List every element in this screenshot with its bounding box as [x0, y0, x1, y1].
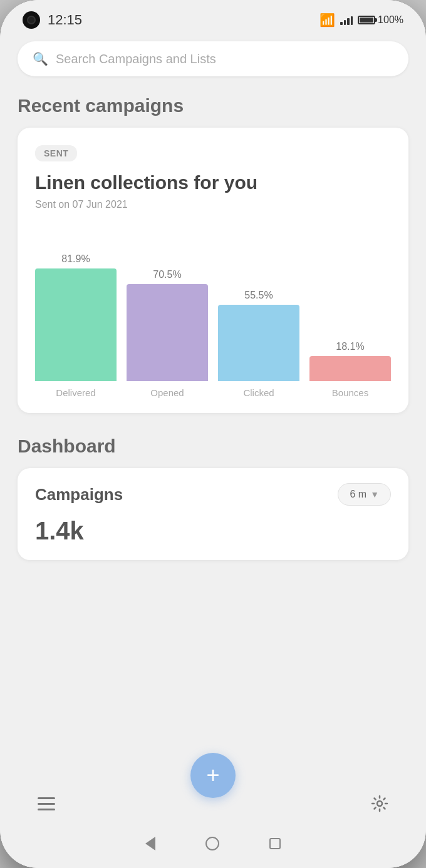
sent-badge: SENT [35, 145, 77, 161]
dashboard-value: 1.4k [35, 517, 391, 545]
fab-add-button[interactable]: + [190, 753, 236, 798]
bar-group-bounces: 18.1%Bounces [309, 235, 391, 398]
campaign-card[interactable]: SENT Linen collections for you Sent on 0… [18, 128, 408, 413]
svg-rect-2 [38, 809, 55, 810]
home-button[interactable] [205, 837, 219, 850]
bar-label-opened: Opened [150, 387, 184, 398]
battery-indicator: 100% [358, 14, 403, 26]
signal-icon [340, 15, 353, 25]
bar-chart: 81.9%Delivered70.5%Opened55.5%Clicked18.… [35, 235, 391, 398]
search-placeholder: Search Campaigns and Lists [56, 52, 216, 66]
dashboard-title: Dashboard [18, 436, 408, 457]
fab-plus-icon: + [206, 764, 219, 787]
recent-campaigns-title: Recent campaigns [18, 95, 408, 116]
bar-rect-bounces [309, 356, 391, 381]
dashboard-campaigns-label: Campaigns [35, 485, 123, 504]
status-time: 12:15 [48, 12, 82, 28]
back-button[interactable] [145, 837, 155, 850]
status-left: 12:15 [23, 11, 82, 29]
battery-text: 100% [378, 14, 403, 26]
bar-rect-clicked [218, 305, 299, 381]
dashboard-card: Campaigns 6 m ▼ 1.4k [18, 468, 408, 560]
bar-rect-opened [127, 284, 208, 381]
bar-value-clicked: 55.5% [244, 290, 273, 301]
bar-label-clicked: Clicked [243, 387, 274, 398]
phone-screen: 12:15 📶 100% [0, 0, 426, 868]
svg-rect-1 [38, 803, 55, 805]
menu-icon[interactable] [38, 796, 55, 815]
bar-value-opened: 70.5% [153, 269, 181, 280]
wifi-icon: 📶 [320, 13, 335, 28]
search-icon: 🔍 [33, 51, 48, 66]
bar-value-bounces: 18.1% [336, 341, 364, 352]
svg-point-3 [377, 801, 382, 806]
time-filter-value: 6 m [350, 489, 366, 500]
camera-icon [23, 11, 40, 29]
campaign-date: Sent on 07 Jun 2021 [35, 199, 391, 210]
time-filter-selector[interactable]: 6 m ▼ [338, 483, 391, 506]
bar-rect-delivered [35, 268, 117, 381]
bar-group-clicked: 55.5%Clicked [218, 235, 299, 398]
svg-rect-0 [38, 797, 55, 799]
system-nav-bar [0, 829, 426, 868]
bar-group-delivered: 81.9%Delivered [35, 235, 117, 398]
recents-button[interactable] [269, 838, 281, 849]
phone-frame: 12:15 📶 100% [0, 0, 426, 868]
settings-icon[interactable] [371, 795, 388, 817]
campaign-title: Linen collections for you [35, 171, 391, 194]
search-bar[interactable]: 🔍 Search Campaigns and Lists [18, 41, 408, 76]
main-content: 🔍 Search Campaigns and Lists Recent camp… [0, 35, 426, 785]
chevron-down-icon: ▼ [370, 489, 379, 499]
bar-group-opened: 70.5%Opened [127, 235, 208, 398]
bottom-nav: + [0, 785, 426, 829]
bar-value-delivered: 81.9% [61, 253, 90, 265]
status-bar: 12:15 📶 100% [0, 0, 426, 35]
bar-label-delivered: Delivered [56, 387, 95, 398]
battery-icon [358, 16, 375, 24]
dashboard-card-header: Campaigns 6 m ▼ [35, 483, 391, 506]
status-right: 📶 100% [320, 13, 403, 28]
bar-label-bounces: Bounces [332, 387, 368, 398]
